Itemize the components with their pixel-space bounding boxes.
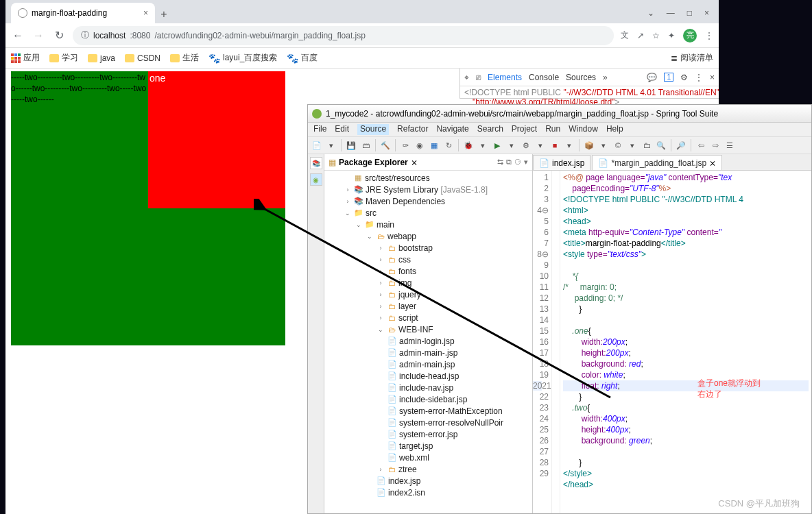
collapse-icon[interactable]: ⇆ — [497, 158, 503, 167]
new-tab-button[interactable]: + — [155, 5, 173, 23]
url-input[interactable]: ⓘ localhost:8080/atcrowdfunding02-admin-… — [73, 26, 614, 45]
bookmark-baidu[interactable]: 🐾百度 — [287, 52, 318, 64]
close-button[interactable]: × — [704, 8, 709, 18]
eclipse-titlebar: 1_mycode2 - atcrowdfunding02-admin-webui… — [308, 105, 811, 123]
eclipse-window: 1_mycode2 - atcrowdfunding02-admin-webui… — [307, 104, 812, 514]
close-icon[interactable]: ⨯ — [411, 158, 418, 167]
new-pkg-icon[interactable]: 📦 — [583, 139, 595, 151]
save-icon[interactable]: 💾 — [345, 139, 357, 151]
tab-margin-jsp[interactable]: 📄*margin_padding_float.jsp ⨯ — [592, 155, 722, 170]
code-editor[interactable]: 1234⊖5678⊖910111213141516171819202122232… — [533, 171, 811, 513]
debug-icon[interactable]: 🐞 — [462, 139, 475, 151]
bookmark-life[interactable]: 生活 — [170, 52, 199, 64]
folder-icon — [49, 54, 59, 62]
package-explorer: ▦ Package Explorer ⨯ ⇆ ⧉ ⚆ ▾ ▦src/test/r… — [324, 154, 533, 513]
gear-icon[interactable]: ⚙ — [680, 73, 688, 82]
share-icon[interactable]: ↗ — [637, 31, 644, 40]
menu-edit[interactable]: Edit — [335, 124, 349, 135]
menu-help[interactable]: Help — [606, 124, 623, 135]
folder-icon[interactable]: 🗀 — [641, 139, 653, 151]
menu-icon[interactable]: ⋮ — [695, 73, 703, 82]
new-icon[interactable]: 📄 — [311, 139, 323, 151]
forward-button[interactable]: → — [32, 29, 45, 42]
messages-icon[interactable]: 💬 — [647, 73, 657, 82]
tab-title: margin-float-padding — [32, 8, 139, 18]
device-icon[interactable]: ⎚ — [476, 73, 481, 82]
extensions-icon[interactable]: ✦ — [668, 31, 675, 40]
browser-tab[interactable]: margin-float-padding × — [11, 3, 155, 23]
spring-perspective-icon[interactable]: ◉ — [310, 173, 322, 186]
address-bar: ← → ↻ ⓘ localhost:8080/atcrowdfunding02-… — [5, 23, 719, 48]
run-icon[interactable]: ▶ — [491, 139, 503, 151]
reload-button[interactable]: ↻ — [52, 29, 66, 42]
tab-console[interactable]: Console — [529, 73, 559, 82]
tool-icon[interactable]: 🔨 — [379, 139, 392, 151]
window-controls: ⌄ — □ × — [638, 3, 719, 23]
bookmark-study[interactable]: 学习 — [49, 52, 78, 64]
stop-icon[interactable]: ◉ — [414, 139, 426, 151]
apps-button[interactable]: 应用 — [11, 52, 40, 64]
code-lines[interactable]: <%@ page language="java" contentType="te… — [560, 171, 811, 513]
chevron-down-icon[interactable]: ⌄ — [647, 8, 654, 18]
maximize-button[interactable]: □ — [687, 8, 692, 18]
menu-icon[interactable]: ⋮ — [705, 31, 713, 40]
next-icon[interactable]: ⇨ — [709, 139, 721, 151]
reading-list-button[interactable]: ≣阅读清单 — [671, 52, 713, 64]
saveall-icon[interactable]: 🗃 — [359, 139, 372, 151]
bookmark-layui[interactable]: 🐾layui_百度搜索 — [208, 52, 277, 64]
editor-area: 📄index.jsp 📄*margin_padding_float.jsp ⨯ … — [533, 154, 811, 513]
pkg-perspective-icon[interactable]: 📚 — [310, 157, 322, 169]
cursor-icon[interactable]: ✑ — [399, 139, 411, 151]
menu-icon[interactable]: ▾ — [524, 158, 528, 167]
menu-search[interactable]: Search — [477, 124, 503, 135]
task-icon[interactable]: ☰ — [724, 139, 736, 151]
browser-tabbar: margin-float-padding × + ⌄ — □ × — [5, 0, 719, 23]
menu-window[interactable]: Window — [569, 124, 598, 135]
window-title: 1_mycode2 - atcrowdfunding02-admin-webui… — [326, 109, 718, 119]
menu-navigate[interactable]: Navigate — [436, 124, 468, 135]
tab-elements[interactable]: Elements — [488, 73, 522, 82]
prev-icon[interactable]: ⇦ — [695, 139, 707, 151]
close-icon[interactable]: × — [710, 73, 715, 82]
bookmark-icon[interactable]: ☆ — [652, 31, 660, 40]
link-icon[interactable]: ⧉ — [506, 158, 512, 167]
project-tree[interactable]: ▦src/test/resources ›📚JRE System Library… — [324, 171, 532, 513]
tab-sources[interactable]: Sources — [566, 73, 596, 82]
bookmark-csdn[interactable]: CSDN — [125, 53, 160, 63]
search-icon[interactable]: 🔎 — [675, 139, 687, 151]
stop-server-icon[interactable]: ■ — [549, 139, 561, 151]
close-icon[interactable]: × — [143, 8, 148, 18]
menu-run[interactable]: Run — [545, 124, 560, 135]
avatar[interactable]: 亮 — [683, 29, 697, 42]
line-numbers: 1234⊖5678⊖910111213141516171819202122232… — [533, 171, 552, 513]
inspect-icon[interactable]: ⌖ — [464, 73, 469, 82]
annotation: 盒子one就浮动到右边了 — [697, 378, 761, 400]
dd-icon[interactable]: ▾ — [325, 139, 337, 151]
filter-icon[interactable]: ⚆ — [514, 158, 521, 167]
eclipse-toolbar: 📄▾ 💾🗃 🔨 ✑ ◉ ▦ ↻ 🐞▾ ▶▾ ⚙▾ ■▾ 📦▾ ©▾ 🗀 🔍 🔎 … — [308, 136, 811, 154]
translate-icon[interactable]: 文 — [621, 29, 629, 41]
back-button[interactable]: ← — [11, 29, 25, 42]
minimize-button[interactable]: — — [667, 8, 675, 18]
menu-source[interactable]: Source — [357, 124, 389, 135]
info-icon[interactable]: ⓘ — [81, 29, 89, 41]
menu-file[interactable]: File — [313, 124, 326, 135]
message-count: 1 — [664, 73, 673, 82]
run-ext-icon[interactable]: ⚙ — [520, 139, 532, 151]
box-two: one -----two---------two---------two----… — [11, 71, 285, 345]
url-port: :8080 — [130, 31, 150, 40]
close-icon[interactable]: ⨯ — [709, 158, 716, 168]
perspective-bar: 📚 ◉ — [308, 154, 324, 513]
menu-refactor[interactable]: Refactor — [397, 124, 428, 135]
bookmark-java[interactable]: java — [88, 53, 115, 63]
box-icon[interactable]: ▦ — [428, 139, 440, 151]
menu-project[interactable]: Project — [512, 124, 537, 135]
spring-icon — [312, 109, 322, 119]
refresh-icon[interactable]: ↻ — [442, 139, 455, 151]
more-tabs[interactable]: » — [603, 73, 608, 82]
tab-index-jsp[interactable]: 📄index.jsp — [533, 155, 590, 170]
folder-icon — [125, 54, 134, 62]
new-class-icon[interactable]: © — [612, 139, 624, 151]
open-type-icon[interactable]: 🔍 — [655, 139, 667, 151]
folder-icon — [88, 54, 97, 62]
